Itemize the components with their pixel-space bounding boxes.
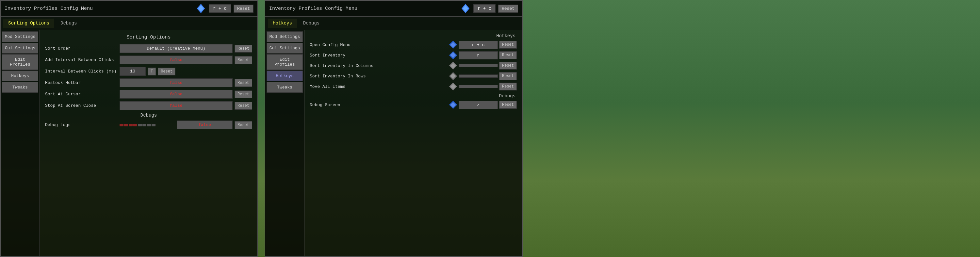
panel2-title: Inventory Profiles Config Menu xyxy=(269,6,458,11)
tabs-row-2: Hotkeys Debugs xyxy=(265,17,522,30)
title-bar-1: Inventory Profiles Config Menu r + c Res… xyxy=(1,1,258,17)
panel1-body: Mod Settings Gui Settings Edit Profiles … xyxy=(1,30,258,256)
label-sort-columns: Sort Inventory In Columns xyxy=(310,63,446,68)
toggle-sort-at-cursor[interactable]: false xyxy=(119,90,232,98)
reset-debug-screen[interactable]: Reset xyxy=(499,101,517,109)
sort-order-dropdown[interactable]: Default (Creative Menu) xyxy=(119,44,232,53)
sidebar-2: Mod Settings Gui Settings Edit Profiles … xyxy=(265,30,304,256)
deco-5 xyxy=(138,124,142,126)
label-stop-at-screen-close: Stop At Screen Close xyxy=(45,103,117,108)
hotkey-debug-screen: Debug Screen z Reset xyxy=(310,101,517,109)
reset-add-interval[interactable]: Reset xyxy=(235,56,252,64)
interval-ms-input[interactable] xyxy=(119,67,146,76)
reset-sort-rows[interactable]: Reset xyxy=(499,72,517,80)
content-sorting: Sorting Options Sort Order Default (Crea… xyxy=(40,30,258,256)
tab-debugs-1[interactable]: Debugs xyxy=(56,19,82,28)
controls-open-config: r + c Reset xyxy=(449,41,517,49)
key-move-all[interactable] xyxy=(459,85,498,88)
key-sort-columns[interactable] xyxy=(459,64,498,67)
title-bar-2: Inventory Profiles Config Menu r + c Res… xyxy=(265,1,522,17)
control-sort-order: Default (Creative Menu) Reset xyxy=(119,44,252,53)
controls-sort-rows: Reset xyxy=(449,72,517,80)
reset-sort-at-cursor[interactable]: Reset xyxy=(235,90,252,98)
deco-6 xyxy=(142,124,146,126)
label-restock-hotbar: Restock Hotbar xyxy=(45,80,117,85)
reset-sort-order[interactable]: Reset xyxy=(235,45,252,52)
setting-stop-at-screen-close: Stop At Screen Close false Reset xyxy=(45,101,252,110)
toggle-stop-at-screen-close[interactable]: false xyxy=(119,101,232,110)
sidebar-edit-profiles-1[interactable]: Edit Profiles xyxy=(2,54,38,70)
gray-diamond-icon-2[interactable] xyxy=(449,72,457,80)
panel1-title: Inventory Profiles Config Menu xyxy=(5,6,193,11)
control-stop-at-screen-close: false Reset xyxy=(119,101,252,110)
sidebar-mod-settings-1[interactable]: Mod Settings xyxy=(2,31,38,42)
tabs-row-1: Sorting Options Debugs xyxy=(1,17,258,30)
label-sort-rows: Sort Inventory In Rows xyxy=(310,74,446,79)
sidebar-hotkeys-1[interactable]: Hotkeys xyxy=(2,71,38,81)
key-debug-screen[interactable]: z xyxy=(459,101,498,109)
content-hotkeys: Hotkeys Open Config Menu r + c Reset Sor… xyxy=(304,30,522,256)
sidebar-tweaks-1[interactable]: Tweaks xyxy=(2,82,38,93)
deco-2 xyxy=(124,124,128,126)
label-sort-order: Sort Order xyxy=(45,46,117,51)
panel-spacer xyxy=(258,0,265,257)
reset-button-2[interactable]: Reset xyxy=(498,5,518,13)
reset-debug-logs[interactable]: Reset xyxy=(235,121,252,129)
key-open-config[interactable]: r + c xyxy=(459,41,498,49)
blue-diamond-icon-2[interactable] xyxy=(449,51,457,59)
setting-interval-ms: Interval Between Clicks (ms) T Reset xyxy=(45,67,252,76)
sidebar-edit-profiles-2[interactable]: Edit Profiles xyxy=(267,54,303,70)
control-interval-ms: T Reset xyxy=(119,67,252,76)
hotkey-sort-columns: Sort Inventory In Columns Reset xyxy=(310,61,517,70)
controls-sort-columns: Reset xyxy=(449,61,517,70)
sidebar-gui-settings-1[interactable]: Gui Settings xyxy=(2,43,38,54)
tab-sorting-options[interactable]: Sorting Options xyxy=(3,19,54,28)
panel-sorting-options: Inventory Profiles Config Menu r + c Res… xyxy=(0,0,258,257)
sidebar-tweaks-2[interactable]: Tweaks xyxy=(267,82,303,93)
reset-interval-ms[interactable]: Reset xyxy=(158,68,175,75)
deco-4 xyxy=(133,124,137,126)
setting-sort-at-cursor: Sort At Cursor false Reset xyxy=(45,90,252,98)
hotkeys-title: Hotkeys xyxy=(310,33,517,38)
reset-button-1[interactable]: Reset xyxy=(234,5,253,13)
debug-section-2: Debugs Debug Screen z Reset xyxy=(310,94,517,109)
toggle-debug-logs[interactable]: false xyxy=(177,121,232,129)
blue-diamond-icon-1[interactable] xyxy=(449,41,457,49)
setting-add-interval: Add Interval Between Clicks false Reset xyxy=(45,56,252,64)
reset-move-all[interactable]: Reset xyxy=(499,82,517,90)
gray-diamond-icon-3[interactable] xyxy=(449,82,457,91)
gray-diamond-icon-1[interactable] xyxy=(449,61,457,70)
keybind-display-2: r + c xyxy=(473,4,496,13)
sidebar-gui-settings-2[interactable]: Gui Settings xyxy=(267,43,303,54)
sidebar-mod-settings-2[interactable]: Mod Settings xyxy=(267,31,303,42)
blue-diamond-icon-3[interactable] xyxy=(449,101,457,109)
deco-7 xyxy=(147,124,151,126)
hotkey-open-config: Open Config Menu r + c Reset xyxy=(310,41,517,49)
sidebar-1: Mod Settings Gui Settings Edit Profiles … xyxy=(1,30,40,256)
reset-open-config[interactable]: Reset xyxy=(499,41,517,49)
t-button[interactable]: T xyxy=(148,68,156,75)
control-restock-hotbar: false Reset xyxy=(119,78,252,87)
keybind-display-1: r + c xyxy=(209,4,231,13)
label-debug-logs: Debug Logs xyxy=(45,122,117,127)
reset-stop-at-screen-close[interactable]: Reset xyxy=(235,102,252,110)
label-sort-at-cursor: Sort At Cursor xyxy=(45,92,117,97)
key-sort-inventory[interactable]: r xyxy=(459,51,498,59)
label-add-interval: Add Interval Between Clicks xyxy=(45,57,117,62)
tab-hotkeys[interactable]: Hotkeys xyxy=(268,19,297,28)
toggle-restock-hotbar[interactable]: false xyxy=(119,78,232,87)
panel-hotkeys: Inventory Profiles Config Menu r + c Res… xyxy=(265,0,523,257)
key-sort-rows[interactable] xyxy=(459,75,498,78)
reset-sort-columns[interactable]: Reset xyxy=(499,62,517,70)
reset-sort-inventory[interactable]: Reset xyxy=(499,51,517,59)
controls-debug-screen: z Reset xyxy=(449,101,517,109)
toggle-add-interval[interactable]: false xyxy=(119,56,232,64)
debug-deco-left xyxy=(119,124,175,126)
sidebar-hotkeys-2[interactable]: Hotkeys xyxy=(267,71,303,81)
reset-restock-hotbar[interactable]: Reset xyxy=(235,79,252,87)
deco-8 xyxy=(151,124,156,126)
hotkey-sort-inventory: Sort Inventory r Reset xyxy=(310,51,517,59)
tab-debugs-2[interactable]: Debugs xyxy=(298,19,325,28)
deco-1 xyxy=(119,124,124,126)
label-debug-screen: Debug Screen xyxy=(310,103,446,108)
